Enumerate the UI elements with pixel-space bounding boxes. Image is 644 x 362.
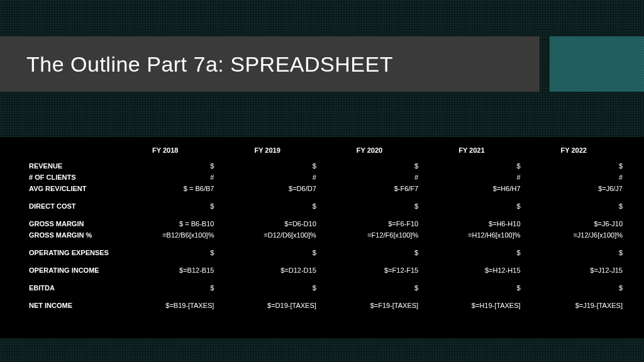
row-label: REVENUE <box>26 160 114 172</box>
cell-value: $=D19-[TAXES] <box>216 300 318 311</box>
cell-value: $ = B6-B10 <box>114 218 216 229</box>
row-label: # OF CLIENTS <box>26 172 114 183</box>
cell-value: # <box>421 172 523 183</box>
cell-value: $ <box>319 160 421 172</box>
header-blank <box>26 145 114 160</box>
year-header: FY 2019 <box>216 145 318 160</box>
cell-value: $ <box>114 282 216 293</box>
data-row: OPERATING EXPENSES$$$$$ <box>26 247 625 258</box>
cell-value: $=J6/J7 <box>523 183 625 194</box>
cell-value: # <box>523 172 625 183</box>
page-title: The Outline Part 7a: SPREADSHEET <box>26 52 393 77</box>
cell-value: $-F6/F7 <box>319 183 421 194</box>
data-row: NET INCOME$=B19-[TAXES]$=D19-[TAXES]$=F1… <box>26 300 625 311</box>
row-label: NET INCOME <box>26 300 114 311</box>
data-row: # OF CLIENTS##### <box>26 172 625 183</box>
cell-value: $=F19-[TAXES] <box>319 300 421 311</box>
gap-row <box>26 212 625 218</box>
cell-value: $=H6/H7 <box>421 183 523 194</box>
cell-value: $ <box>114 200 216 212</box>
cell-value: $=F6-F10 <box>319 218 421 229</box>
data-row: EBITDA$$$$$ <box>26 282 625 293</box>
gap-row <box>26 258 625 265</box>
year-header: FY 2018 <box>114 145 216 160</box>
cell-value: =D12/D6[x100]% <box>216 229 318 241</box>
spreadsheet-table: FY 2018FY 2019FY 2020FY 2021FY 2022REVEN… <box>26 145 625 311</box>
cell-value: =J12/J6[x100]% <box>523 229 625 241</box>
cell-value: $ = B6/B7 <box>114 183 216 194</box>
data-row: GROSS MARGIN %=B12/B6[x100]%=D12/D6[x100… <box>26 229 625 241</box>
cell-value: $ <box>216 160 318 172</box>
cell-value: $=H6-H10 <box>421 218 523 229</box>
year-header: FY 2020 <box>319 145 421 160</box>
accent-block <box>550 36 644 92</box>
cell-value: $ <box>319 282 421 293</box>
cell-value: $=D6/D7 <box>216 183 318 194</box>
row-label: AVG REV/CLIENT <box>26 183 114 194</box>
title-band: The Outline Part 7a: SPREADSHEET <box>0 36 540 92</box>
cell-value: $=D6-D10 <box>216 218 318 229</box>
gap-row <box>26 194 625 200</box>
cell-value: $ <box>216 200 318 212</box>
cell-value: $=B12-B15 <box>114 265 216 276</box>
cell-value: $ <box>114 160 216 172</box>
cell-value: $=H19-[TAXES] <box>421 300 523 311</box>
row-label: OPERATING INCOME <box>26 265 114 276</box>
cell-value: $ <box>216 247 318 258</box>
cell-value: # <box>319 172 421 183</box>
cell-value: # <box>216 172 318 183</box>
data-row: AVG REV/CLIENT$ = B6/B7$=D6/D7$-F6/F7$=H… <box>26 183 625 194</box>
cell-value: $=J6-J10 <box>523 218 625 229</box>
spreadsheet-panel: FY 2018FY 2019FY 2020FY 2021FY 2022REVEN… <box>0 137 644 338</box>
cell-value: =F12/F6[x100]% <box>319 229 421 241</box>
row-label: OPERATING EXPENSES <box>26 247 114 258</box>
cell-value: $ <box>523 200 625 212</box>
gap-row <box>26 276 625 282</box>
cell-value: =B12/B6[x100]% <box>114 229 216 241</box>
gap-row <box>26 293 625 300</box>
header-row: FY 2018FY 2019FY 2020FY 2021FY 2022 <box>26 145 625 160</box>
row-label: DIRECT COST <box>26 200 114 212</box>
cell-value: $ <box>216 282 318 293</box>
cell-value: $=F12-F15 <box>319 265 421 276</box>
year-header: FY 2022 <box>523 145 625 160</box>
cell-value: $ <box>523 282 625 293</box>
data-row: GROSS MARGIN$ = B6-B10$=D6-D10$=F6-F10$=… <box>26 218 625 229</box>
cell-value: $ <box>421 160 523 172</box>
cell-value: $=B19-[TAXES] <box>114 300 216 311</box>
data-row: DIRECT COST$$$$$ <box>26 200 625 212</box>
row-label: EBITDA <box>26 282 114 293</box>
cell-value: # <box>114 172 216 183</box>
cell-value: $ <box>319 247 421 258</box>
data-row: REVENUE$$$$$ <box>26 160 625 172</box>
cell-value: $ <box>421 200 523 212</box>
cell-value: $=J19-[TAXES] <box>523 300 625 311</box>
cell-value: $ <box>114 247 216 258</box>
cell-value: $ <box>523 160 625 172</box>
cell-value: $=H12-H15 <box>421 265 523 276</box>
cell-value: $=D12-D15 <box>216 265 318 276</box>
gap-row <box>26 241 625 247</box>
row-label: GROSS MARGIN % <box>26 229 114 241</box>
year-header: FY 2021 <box>421 145 523 160</box>
cell-value: $ <box>421 247 523 258</box>
row-label: GROSS MARGIN <box>26 218 114 229</box>
cell-value: $=J12-J15 <box>523 265 625 276</box>
cell-value: $ <box>421 282 523 293</box>
cell-value: $ <box>319 200 421 212</box>
cell-value: =H12/H6[x100]% <box>421 229 523 241</box>
cell-value: $ <box>523 247 625 258</box>
data-row: OPERATING INCOME$=B12-B15$=D12-D15$=F12-… <box>26 265 625 276</box>
